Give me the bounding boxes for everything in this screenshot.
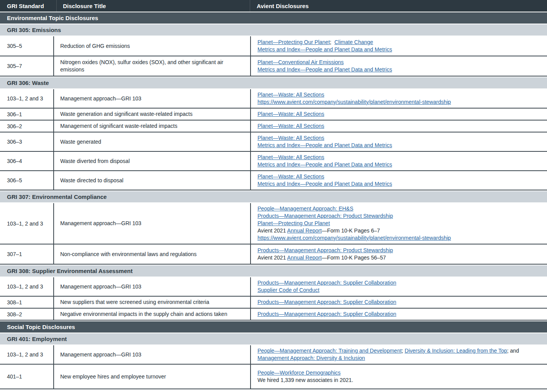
disclosure-line: Products—Management Approach: Product St… (257, 247, 543, 254)
table-row: 305–7Nitrogen oxides (NOX), sulfur oxide… (0, 56, 547, 76)
avient-disclosures-cell: People—Workforce DemographicsWe hired 1,… (251, 365, 547, 389)
column-header-disclosure-title: Disclosure Title (57, 0, 250, 12)
disclosure-link[interactable]: Planet—Conventional Air Emissions (257, 59, 344, 65)
disclosure-link[interactable]: Planet—Waste: All Sections (257, 92, 324, 98)
avient-disclosures-cell: Planet—Conventional Air EmissionsMetrics… (251, 56, 547, 76)
disclosure-line: Planet—Waste: All Sections (257, 154, 543, 161)
disclosure-line: https://www.avient.com/company/sustainab… (257, 98, 543, 106)
subsection-header: GRI 308: Supplier Environmental Assessme… (0, 265, 547, 277)
disclosure-link[interactable]: Products—Management Approach: Supplier C… (257, 299, 396, 305)
disclosure-line: Planet—Waste: All Sections (257, 134, 543, 142)
disclosure-link[interactable]: Climate Change (334, 39, 373, 45)
disclosure-line: Products—Management Approach: Supplier C… (257, 299, 543, 306)
avient-disclosures-cell: Planet—Waste: All SectionsMetrics and In… (251, 152, 547, 170)
disclosure-text: Avient 2021 (257, 227, 287, 234)
gri-standard-cell: 307–1 (0, 244, 54, 264)
disclosure-line: Management Approach: Diversity & Inclusi… (257, 355, 543, 362)
disclosure-link[interactable]: Metrics and Index—People and Planet Data… (257, 181, 392, 187)
disclosure-link[interactable]: Annual Report (287, 255, 322, 261)
disclosure-link[interactable]: Planet—Waste: All Sections (257, 135, 324, 141)
disclosure-link[interactable]: Metrics and Index—People and Planet Data… (257, 66, 392, 73)
disclosure-link[interactable]: Planet—Protecting Our Planet (257, 39, 330, 45)
disclosure-line: People—Management Approach: EH&S (257, 205, 543, 212)
gri-standard-cell: 306–5 (0, 171, 54, 190)
disclosure-title-cell: Waste directed to disposal (54, 171, 251, 190)
disclosure-title-cell: Waste diverted from disposal (54, 152, 251, 170)
row-group: 103–1, 2 and 3Management approach—GRI 10… (0, 345, 547, 389)
table-row: 307–1Non-compliance with environmental l… (0, 244, 547, 265)
disclosure-link[interactable]: https://www.avient.com/company/sustainab… (257, 99, 451, 105)
gri-standard-cell: 103–1, 2 and 3 (0, 89, 54, 108)
disclosure-title-cell: Management approach—GRI 103 (54, 89, 251, 108)
disclosure-link[interactable]: Metrics and Index—People and Planet Data… (257, 46, 392, 53)
disclosure-line: Supplier Code of Conduct (257, 287, 543, 294)
disclosure-link[interactable]: People—Workforce Demographics (257, 370, 340, 376)
disclosure-text: ; (330, 39, 335, 45)
row-group: 103–1, 2 and 3Management approach—GRI 10… (0, 277, 547, 321)
table-row: 308–2Negative environmental impacts in t… (0, 309, 547, 321)
table-row: 306–2Management of significant waste-rel… (0, 120, 547, 132)
disclosure-link[interactable]: People—Management Approach: Training and… (257, 348, 402, 354)
disclosure-title-cell: Management approach—GRI 103 (54, 203, 251, 244)
gri-standard-cell: 103–1, 2 and 3 (0, 345, 54, 364)
disclosure-link[interactable]: Products—Management Approach: Product St… (257, 247, 393, 253)
disclosure-line: Planet—Protecting Our Planet; Climate Ch… (257, 39, 543, 46)
avient-disclosures-cell: Products—Management Approach: Supplier C… (251, 297, 547, 308)
avient-disclosures-cell: Products—Management Approach: Supplier C… (251, 277, 547, 296)
gri-standard-cell: 308–2 (0, 309, 54, 320)
avient-disclosures-cell: People—Management Approach: Training and… (251, 345, 547, 364)
disclosure-link[interactable]: Annual Report (287, 227, 322, 234)
disclosure-link[interactable]: Products—Management Approach: Supplier C… (257, 280, 396, 286)
row-group: 103–1, 2 and 3Management approach—GRI 10… (0, 203, 547, 265)
disclosure-link[interactable]: Planet—Waste: All Sections (257, 111, 324, 117)
table-header-row: GRI Standard Disclosure Title Avient Dis… (0, 0, 547, 12)
disclosure-link[interactable]: Metrics and Index—People and Planet Data… (257, 161, 392, 168)
row-group: 305–5Reduction of GHG emissionsPlanet—Pr… (0, 36, 547, 76)
disclosure-link[interactable]: Products—Management Approach: Supplier C… (257, 311, 396, 317)
disclosure-link[interactable]: Planet—Protecting Our Planet (257, 220, 330, 226)
disclosure-link[interactable]: Management Approach: Diversity & Inclusi… (257, 355, 365, 361)
disclosure-link[interactable]: Planet—Waste: All Sections (257, 173, 324, 180)
disclosure-line: Planet—Waste: All Sections (257, 91, 543, 98)
disclosure-link[interactable]: People—Management Approach: EH&S (257, 205, 353, 212)
table-row: 401–1New employee hires and employee tur… (0, 365, 547, 389)
column-header-avient-disclosures: Avient Disclosures (250, 0, 547, 12)
disclosure-line: People—Management Approach: Training and… (257, 347, 543, 355)
disclosure-title-cell: Management approach—GRI 103 (54, 345, 251, 364)
avient-disclosures-cell: Planet—Waste: All Sections (251, 120, 547, 132)
section-header: Environmental Topic Disclosures (0, 12, 547, 24)
table-row: 305–5Reduction of GHG emissionsPlanet—Pr… (0, 36, 547, 56)
gri-standard-cell: 306–1 (0, 109, 54, 120)
avient-disclosures-cell: People—Management Approach: EH&SProducts… (251, 203, 547, 244)
disclosure-title-cell: Non-compliance with environmental laws a… (54, 244, 251, 264)
table-row: 103–1, 2 and 3Management approach—GRI 10… (0, 89, 547, 109)
avient-disclosures-cell: Planet—Waste: All SectionsMetrics and In… (251, 171, 547, 190)
disclosure-line: Metrics and Index—People and Planet Data… (257, 142, 543, 149)
gri-standard-cell: 306–4 (0, 152, 54, 170)
disclosure-line: Avient 2021 Annual Report—Form 10-K Page… (257, 254, 543, 261)
disclosure-link[interactable]: https://www.avient.com/company/sustainab… (257, 235, 451, 241)
disclosure-title-cell: Nitrogen oxides (NOX), sulfur oxides (SO… (54, 56, 251, 76)
disclosure-line: Planet—Waste: All Sections (257, 110, 543, 118)
row-group: 103–1, 2 and 3Management approach—GRI 10… (0, 89, 547, 190)
disclosure-text: We hired 1,339 new associates in 2021. (257, 377, 353, 383)
disclosure-link[interactable]: Planet—Waste: All Sections (257, 123, 324, 129)
disclosure-title-cell: Waste generation and significant waste-r… (54, 109, 251, 120)
disclosure-link[interactable]: Products—Management Approach: Product St… (257, 213, 393, 219)
disclosure-link[interactable]: Supplier Code of Conduct (257, 287, 319, 293)
gri-standard-cell: 308–1 (0, 297, 54, 308)
table-row: 306–1Waste generation and significant wa… (0, 109, 547, 120)
disclosure-link[interactable]: Metrics and Index—People and Planet Data… (257, 142, 392, 148)
avient-disclosures-cell: Planet—Waste: All SectionsMetrics and In… (251, 132, 547, 151)
gri-standard-cell: 305–7 (0, 56, 54, 76)
disclosure-line: Products—Management Approach: Supplier C… (257, 279, 543, 287)
disclosure-line: Metrics and Index—People and Planet Data… (257, 46, 543, 53)
gri-standard-cell: 306–2 (0, 120, 54, 132)
avient-disclosures-cell: Planet—Protecting Our Planet; Climate Ch… (251, 36, 547, 56)
disclosure-link[interactable]: Diversity & Inclusion: Leading from the … (405, 348, 507, 354)
disclosure-link[interactable]: Planet—Waste: All Sections (257, 154, 324, 160)
gri-standard-cell: 305–5 (0, 36, 54, 56)
disclosure-line: https://www.avient.com/company/sustainab… (257, 234, 543, 242)
column-header-gri-standard: GRI Standard (0, 0, 57, 12)
disclosure-line: We hired 1,339 new associates in 2021. (257, 377, 543, 384)
